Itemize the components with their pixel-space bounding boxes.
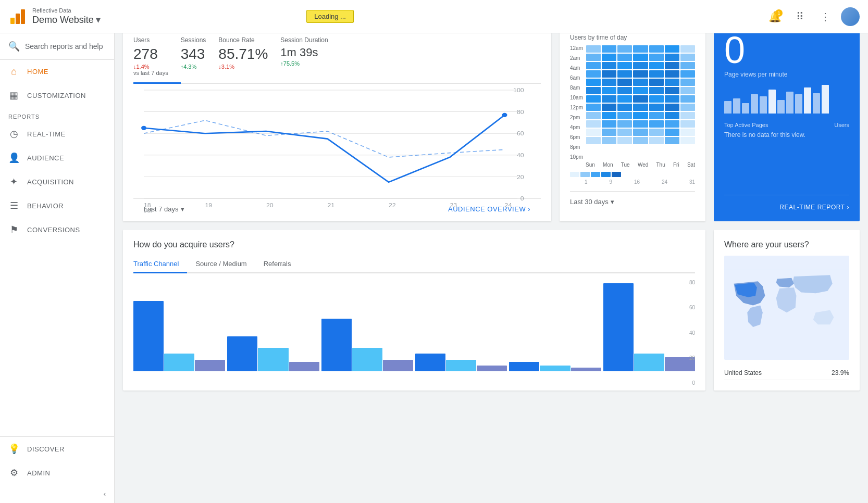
svg-rect-0 [10,18,15,24]
color-scale [570,172,695,177]
heatmap-cell [586,79,601,86]
bar-segment [571,368,601,371]
heatmap-cell [649,120,664,128]
heatmap-day-col [617,45,632,160]
svg-text:80: 80 [517,109,524,115]
topbar: Reflective Data Demo Website ▾ Loading .… [0,0,868,33]
svg-rect-1 [16,14,20,24]
dropdown-arrow-icon2: ▾ [611,198,614,206]
acquire-card: How do you acquire users? Traffic Channe… [123,230,705,391]
sidebar-item-conversions[interactable]: ⚑ CONVERSIONS [0,218,114,242]
search-icon: 🔍 [8,41,20,52]
user-avatar[interactable] [841,7,860,26]
metric-users[interactable]: Users 278 ↓1.4% vs last 7 days [133,36,181,84]
heatmap-cell [602,104,616,111]
heatmap-cell [680,45,695,53]
bar-segment [509,362,539,371]
heatmap-cell [633,129,648,136]
metric-users-label: Users [133,36,168,44]
heatmap-cell [649,70,664,78]
svg-point-24 [502,113,507,117]
heatmap-cell [633,104,648,111]
heatmap-subtitle: Users by time of day [570,34,695,41]
sidebar-item-audience[interactable]: 👤 AUDIENCE [0,146,114,170]
dropdown-arrow-icon: ▾ [181,205,184,213]
realtime-report-link[interactable]: REAL-TIME REPORT › [779,204,849,211]
heatmap-cell [680,70,695,78]
notification-button[interactable]: 🔔 1 [766,7,785,26]
heatmap-cell [665,45,679,53]
topbar-site[interactable]: Demo Website ▾ [32,14,101,26]
audience-overview-link[interactable]: AUDIENCE OVERVIEW › [448,205,530,213]
heatmap-footer: Last 30 days ▾ [570,191,695,206]
more-button[interactable]: ⋮ [816,7,835,26]
audience-icon: 👤 [8,152,20,164]
pageview-bar [822,85,829,114]
pageview-bar [742,103,749,114]
realtime-card: Users right now 0 Page views per minute … [714,8,860,221]
heatmap-cell [602,112,616,119]
pageview-bar [768,90,776,114]
sidebar-item-customization[interactable]: ▦ CUSTOMIZATION [0,83,114,107]
heatmap-day-col [665,45,679,160]
pageview-bar [786,92,793,114]
loading-badge: Loading ... [306,10,354,23]
pageview-bar [760,96,767,114]
heatmap-cell [649,137,664,144]
sidebar-item-acquisition[interactable]: ✦ ACQUISITION [0,170,114,194]
heatmap-date-range[interactable]: Last 30 days ▾ [570,198,614,206]
sidebar-label-audience: AUDIENCE [27,154,64,162]
world-map [724,256,849,360]
metric-sessions-change: ↑4.3% [181,64,206,70]
more-vert-icon: ⋮ [820,10,830,23]
sidebar-item-home[interactable]: ⌂ HOME [0,60,114,83]
heatmap-cell [665,112,679,119]
heatmap-cell [680,104,695,111]
metric-session-duration[interactable]: Session Duration 1m 39s ↑75.5% [280,36,340,84]
tab-traffic-channel[interactable]: Traffic Channel [133,256,187,273]
metric-sessions-label: Sessions [181,36,206,44]
bar-segment [164,354,194,371]
tab-source-medium[interactable]: Source / Medium [187,256,255,273]
when-visit-card: When do your users visit? Users by time … [560,8,705,221]
top-pages-label: Top Active Pages [724,122,768,128]
heatmap-cols [586,45,695,160]
bar-chart-container: 80 60 40 20 0 [133,273,695,386]
heatmap-cell [633,54,648,61]
heatmap-cell [633,79,648,86]
heatmap-cell [602,95,616,103]
grid-icon: ⠿ [796,10,804,23]
top-pages-header: Top Active Pages Users [724,122,849,128]
pageview-bar [777,100,785,114]
customization-icon: ▦ [8,90,20,101]
heatmap-cell [665,120,679,128]
heatmap-cell [586,104,601,111]
heatmap-cell [680,120,695,128]
search-text: Search reports and help [25,42,103,51]
tab-referrals[interactable]: Referrals [255,256,300,273]
where-users-title: Where are your users? [724,240,849,249]
heatmap-cell [586,70,601,78]
metric-sessions[interactable]: Sessions 343 ↑4.3% [181,36,219,84]
heatmap-cell [633,137,648,144]
search-bar[interactable]: 🔍 Search reports and help [0,33,114,60]
pageviews-chart [724,82,849,114]
topbar-brand: Reflective Data [32,7,101,14]
heatmap-cell [602,87,616,94]
metric-bounce-rate[interactable]: Bounce Rate 85.71% ↓3.1% [218,36,280,84]
heatmap-cell [649,104,664,111]
bar-segment [352,348,382,371]
heatmap-cell [665,129,679,136]
heatmap-cell [680,95,695,103]
heatmap-cell [617,137,632,144]
sidebar-item-real-time[interactable]: ◷ REAL-TIME [0,122,114,146]
country-row-us: United States 23.9% [724,366,849,380]
svg-text:Jul: Jul [144,208,152,213]
sidebar-item-behavior[interactable]: ☰ BEHAVIOR [0,194,114,218]
apps-button[interactable]: ⠿ [791,7,810,26]
line-chart-area: 100 80 60 40 20 0 18 Jul 19 20 21 22 23 … [133,84,541,198]
sidebar-label-behavior: BEHAVIOR [27,202,64,210]
pageview-bar [751,94,758,114]
metrics-row: Users 278 ↓1.4% vs last 7 days Sessions … [133,36,541,84]
topbar-actions: 🔔 1 ⠿ ⋮ [766,7,860,26]
